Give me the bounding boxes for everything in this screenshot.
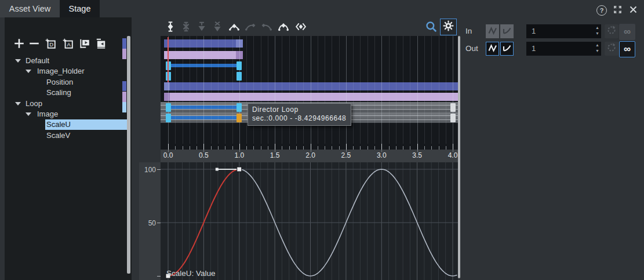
infinity-icon: ∞	[624, 26, 631, 38]
out-infinity-button[interactable]: ∞	[619, 41, 635, 57]
curve-keyframe[interactable]	[237, 167, 242, 172]
keyframe-cyan[interactable]	[166, 103, 171, 112]
keyframe-cyan[interactable]	[237, 72, 242, 81]
grid-line	[389, 36, 390, 144]
tooltip-title: Director Loop	[252, 106, 346, 114]
in-row: In 1 ▲ ▼ ∞	[461, 24, 644, 39]
delete-key-button[interactable]	[180, 20, 192, 33]
tree-scrollbar[interactable]	[127, 36, 130, 274]
grid-line	[203, 36, 204, 144]
svg-text:A: A	[67, 41, 71, 48]
grid-line	[190, 36, 190, 144]
tab-stage[interactable]: Stage	[60, 0, 100, 17]
ruler-tick	[282, 146, 282, 150]
maximize-icon	[613, 5, 623, 17]
tangent-unify-button[interactable]	[277, 20, 290, 33]
keyframe-cyan[interactable]	[166, 114, 171, 122]
ruler-tick	[203, 144, 204, 150]
ruler-tick	[197, 146, 197, 150]
out-tangent-smooth-button[interactable]	[500, 42, 514, 56]
tree-expander-icon[interactable]	[15, 59, 21, 63]
help-button[interactable]: ?	[596, 5, 607, 16]
ruler-tick	[339, 146, 340, 150]
ruler-label: 0.0	[161, 151, 180, 159]
in-tangent-smooth-button[interactable]	[500, 24, 514, 38]
maximize-button[interactable]	[612, 5, 623, 16]
keyframe-cyan[interactable]	[237, 103, 242, 112]
in-value-field[interactable]: 1 ▲ ▼	[526, 24, 601, 38]
ruler-label: 0.5	[192, 151, 215, 159]
grid-line	[410, 36, 410, 144]
out-reset-button[interactable]	[605, 42, 618, 56]
tree-item-loop[interactable]: Loop	[9, 99, 127, 109]
select-keys-below-button[interactable]	[195, 20, 208, 33]
ruler-tick	[239, 144, 240, 150]
in-reset-button[interactable]	[605, 24, 618, 38]
tangent-linear-icon	[488, 43, 497, 54]
add-key-button[interactable]	[164, 20, 177, 33]
remove-node-button[interactable]	[28, 37, 41, 50]
ruler-tick	[381, 144, 382, 150]
out-spinner-down-icon[interactable]: ▼	[595, 48, 599, 54]
time-ruler[interactable]: 0.00.51.01.52.02.53.03.54.0	[161, 144, 458, 162]
tree-expander-icon[interactable]	[26, 112, 31, 116]
tree-item-scaling[interactable]: Scaling	[9, 88, 127, 98]
in-label: In	[465, 27, 472, 35]
grid-line	[225, 36, 225, 144]
play-sequence-button[interactable]	[78, 37, 91, 50]
add-node-button[interactable]	[13, 37, 26, 50]
add-director-button[interactable]: D	[44, 37, 57, 50]
settings-button[interactable]	[440, 19, 457, 35]
svg-text:D: D	[49, 41, 53, 48]
curve-grid	[161, 162, 458, 280]
tangent-step-button[interactable]	[294, 20, 307, 33]
grid-line	[246, 36, 247, 144]
ruler-tick	[275, 144, 275, 150]
keyframe-white[interactable]	[450, 103, 456, 112]
tangent-handle-knob[interactable]	[216, 168, 219, 171]
in-infinity-button[interactable]: ∞	[619, 24, 635, 40]
ruler-tick	[253, 146, 254, 150]
keyframe-white[interactable]	[450, 114, 456, 122]
in-tangent-linear-button[interactable]	[486, 24, 499, 38]
out-value-field[interactable]: 1 ▲ ▼	[526, 42, 601, 56]
grid-line	[431, 36, 432, 144]
search-button[interactable]	[425, 20, 438, 33]
tree-expander-icon[interactable]	[15, 102, 21, 106]
grid-line	[439, 36, 439, 144]
out-spinner-up-icon[interactable]: ▲	[595, 42, 599, 48]
curve-value-axis: 10050	[139, 162, 161, 280]
save-sequence-button[interactable]	[94, 37, 107, 50]
tree-item-position[interactable]: Position	[9, 77, 127, 88]
tree-item-image_holder[interactable]: Image_Holder	[9, 66, 127, 77]
add-animation-button[interactable]: A	[61, 37, 74, 50]
playhead[interactable]	[168, 37, 169, 82]
track-clip-bar[interactable]	[164, 93, 458, 101]
tree-expander-icon[interactable]	[26, 70, 31, 73]
out-tangent-linear-button[interactable]	[486, 42, 499, 56]
curve-track-label: ScaleU: Value	[166, 269, 216, 278]
in-spinner-up-icon[interactable]: ▲	[595, 25, 599, 31]
ruler-tick	[268, 146, 268, 150]
tangent-smooth-icon	[503, 43, 512, 54]
ruler-tick	[246, 146, 247, 150]
keyframe-cyan[interactable]	[237, 61, 242, 70]
tangent-ease-in-button[interactable]	[244, 20, 257, 33]
grid-line	[446, 36, 446, 144]
tangent-flat-button[interactable]	[228, 20, 241, 33]
tangent-ease-out-button[interactable]	[260, 20, 273, 33]
tooltip: Director Loop sec.:0.000 - -8.4294966648	[248, 103, 351, 126]
timeline-scrollbar[interactable]	[458, 36, 460, 278]
tree-item-scalev[interactable]: ScaleV	[9, 130, 127, 141]
track-clip-bar[interactable]	[164, 82, 458, 90]
delete-keys-below-button[interactable]	[211, 20, 224, 33]
tree-item-default[interactable]: Default	[9, 56, 127, 66]
ruler-tick	[346, 144, 347, 150]
ruler-tick	[211, 146, 212, 150]
close-button[interactable]	[627, 5, 639, 16]
tree-item-image[interactable]: Image	[9, 109, 127, 119]
in-spinner-down-icon[interactable]: ▼	[595, 31, 599, 37]
keyframe-orange[interactable]	[237, 114, 242, 122]
tab-asset-view[interactable]: Asset View	[0, 0, 60, 17]
tree-item-scaleu[interactable]: ScaleU	[9, 119, 127, 130]
